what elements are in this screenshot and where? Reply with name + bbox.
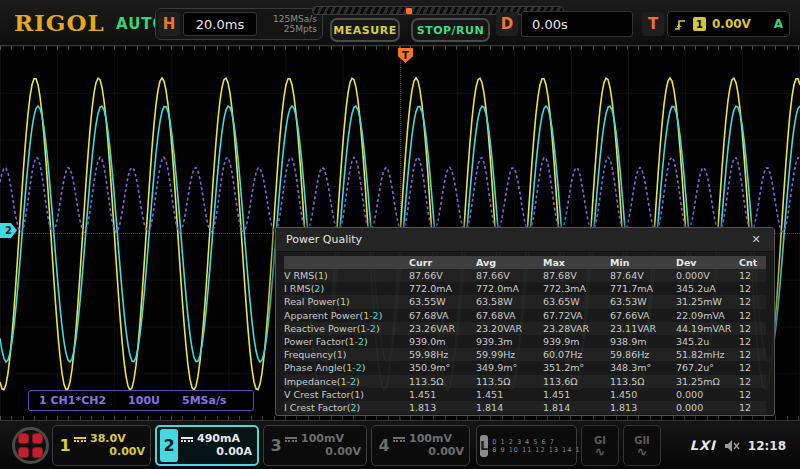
measurement-value: 23.11VAR: [610, 323, 676, 334]
delay-label: D: [496, 12, 518, 36]
trigger-slope-icon: [674, 18, 687, 31]
col-avg: Avg: [476, 257, 543, 268]
lxi-indicator: LXI: [690, 438, 716, 453]
measurement-value: 59.99Hz: [476, 349, 543, 360]
col-curr: Curr: [409, 257, 476, 268]
measurement-value: 59.86Hz: [610, 349, 676, 360]
channel-4-box[interactable]: 4 100mV 0.00V: [371, 425, 470, 466]
measurement-value: 12: [739, 310, 768, 321]
window-title: Power Quality: [286, 233, 362, 246]
clock: 12:18: [748, 439, 786, 453]
measurement-value: 23.20VAR: [476, 323, 543, 334]
measurement-value: 12: [739, 389, 768, 400]
measure-button[interactable]: MEASURE: [330, 18, 400, 42]
measurement-value: 12: [739, 270, 768, 281]
measurement-value: 0.000: [676, 402, 739, 413]
trigger-position-tick: [406, 8, 412, 14]
measurement-value: 767.2u°: [676, 362, 739, 373]
measurement-label: I RMS(2): [284, 283, 409, 294]
power-quality-titlebar[interactable]: Power Quality ✕: [276, 228, 774, 252]
table-row: V RMS(1)87.66V87.66V87.68V87.64V0.000V12: [284, 269, 766, 282]
measurement-value: 12: [739, 362, 768, 373]
trace-math-ch1-ch2: [0, 157, 800, 232]
measurement-value: 113.5Ω: [409, 376, 476, 387]
channel-2-number: 2: [160, 429, 178, 462]
channel-3-number: 3: [267, 428, 285, 463]
channel-4-number: 4: [375, 428, 393, 463]
close-icon[interactable]: ✕: [748, 232, 764, 248]
trigger-mode: A: [774, 17, 783, 31]
measurement-value: 0.000V: [676, 270, 739, 281]
measurement-value: 939.0m: [409, 336, 476, 347]
channel-2-box[interactable]: 2 490mA 0.00A: [155, 425, 259, 466]
table-row: Phase Angle(1-2)350.9m°349.9m°351.2m°348…: [284, 361, 766, 374]
table-row: I RMS(2)772.0mA772.0mA772.3mA771.7mA345.…: [284, 282, 766, 295]
measurement-value: 351.2m°: [543, 362, 610, 373]
sample-rate: 125MSa/s: [261, 14, 317, 24]
channel-1-offset: 0.00V: [74, 446, 145, 458]
math-channel-status[interactable]: 1 CH1*CH2 100U 5MSa/s: [28, 390, 254, 411]
delay-group[interactable]: D 0.00s: [496, 8, 638, 40]
measurement-label: Power Factor(1-2): [284, 336, 409, 347]
measurement-label: Reactive Power(1-2): [284, 323, 409, 334]
logic-digits-row1: 0 1 2 3 4 5 6 7: [492, 438, 585, 446]
table-row: Power Factor(1-2)939.0m939.3m939.9m938.9…: [284, 335, 766, 348]
measurement-value: 938.9m: [610, 336, 676, 347]
sine-wave-icon: ∿: [595, 446, 606, 457]
trigger-group[interactable]: T 1 0.00V A: [642, 8, 790, 40]
measurement-value: 31.25mW: [676, 296, 739, 307]
channel-3-scale: 100mV: [301, 433, 344, 445]
coupling-icon: [74, 437, 86, 442]
measurement-value: 67.66VA: [610, 310, 676, 321]
measurement-value: 349.9m°: [476, 362, 543, 373]
col-cnt: Cnt: [739, 257, 768, 268]
measurement-value: 87.66V: [476, 270, 543, 281]
measurement-value: 1.451: [409, 389, 476, 400]
speaker-muted-icon[interactable]: [724, 439, 740, 453]
channel-3-box[interactable]: 3 100mV 0.00V: [263, 425, 367, 466]
timebase-value[interactable]: 20.0ms: [183, 12, 257, 36]
trigger-label: T: [642, 12, 664, 36]
delay-value[interactable]: 0.00s: [521, 11, 633, 37]
measurement-value: 113.6Ω: [543, 376, 610, 387]
oscilloscope-screen: RIGOL AUTO H 20.0ms 125MSa/s 25Mpts MEAS…: [0, 0, 800, 469]
measurement-label: Impedance(1-2): [284, 376, 409, 387]
measurement-value: 60.07Hz: [543, 349, 610, 360]
measurement-value: 1.450: [610, 389, 676, 400]
measurement-value: 67.68VA: [409, 310, 476, 321]
measurement-value: 12: [739, 349, 768, 360]
trigger-source-badge: 1: [693, 17, 706, 31]
table-header-row: Curr Avg Max Min Dev Cnt: [284, 256, 766, 269]
generator-1-button[interactable]: GI ∿: [581, 425, 619, 466]
col-dev: Dev: [676, 257, 739, 268]
measurement-value: 67.68VA: [476, 310, 543, 321]
sine-wave-icon: ∿: [637, 446, 648, 457]
measurement-value: 0.000: [676, 389, 739, 400]
math-sample-rate: 5MSa/s: [182, 394, 227, 407]
measurement-value: 31.25mΩ: [676, 376, 739, 387]
coupling-icon: [285, 437, 297, 442]
logic-channels-box[interactable]: L 0 1 2 3 4 5 6 7 8 9 10 11 12 13 14 15: [476, 425, 577, 466]
menu-button[interactable]: [12, 427, 49, 464]
channel-2-offset: 0.00A: [181, 446, 252, 458]
horizontal-settings-group[interactable]: H 20.0ms 125MSa/s 25Mpts: [155, 8, 323, 40]
measurement-value: 63.53W: [610, 296, 676, 307]
stop-run-button[interactable]: STOP/RUN: [411, 18, 490, 42]
measurement-value: 1.451: [476, 389, 543, 400]
channel-1-box[interactable]: 1 38.0V 0.00V: [52, 425, 151, 466]
channel-1-scale: 38.0V: [90, 433, 126, 445]
top-status-bar: RIGOL AUTO H 20.0ms 125MSa/s 25Mpts MEAS…: [0, 0, 800, 46]
measurement-value: 67.72VA: [543, 310, 610, 321]
math-channel-scale: 100U: [128, 394, 160, 407]
measurement-value: 113.5Ω: [610, 376, 676, 387]
measurement-label: Apparent Power(1-2): [284, 310, 409, 321]
table-row: Impedance(1-2)113.5Ω113.5Ω113.6Ω113.5Ω31…: [284, 375, 766, 388]
measurement-value: 1.813: [409, 402, 476, 413]
measurement-value: 12: [739, 323, 768, 334]
generator-2-button[interactable]: GII ∿: [623, 425, 661, 466]
measurement-value: 23.26VAR: [409, 323, 476, 334]
measurement-value: 1.814: [476, 402, 543, 413]
bottom-channel-bar: 1 38.0V 0.00V 2 490mA 0.00A 3 100mV 0.00…: [0, 420, 800, 469]
measurement-value: 87.66V: [409, 270, 476, 281]
measurement-value: 63.55W: [409, 296, 476, 307]
